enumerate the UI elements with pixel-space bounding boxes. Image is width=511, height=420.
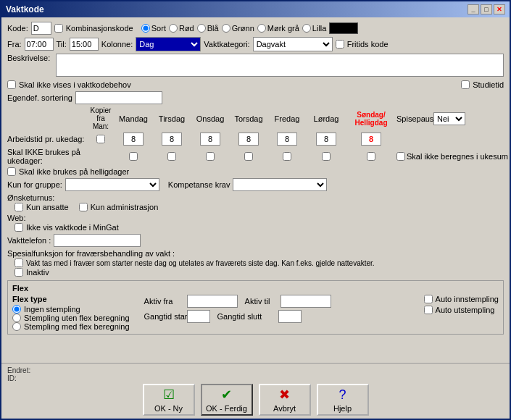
- lilla-radio[interactable]: [302, 24, 311, 33]
- mon-input[interactable]: [123, 133, 144, 146]
- maximize-button[interactable]: □: [481, 4, 492, 14]
- til-input[interactable]: [70, 38, 99, 51]
- studietid-checkbox[interactable]: [461, 80, 470, 89]
- ok-ferdig-button[interactable]: ✔ OK - Ferdig: [201, 384, 253, 416]
- button-row: ☑ OK - Ny ✔ OK - Ferdig ✖ Avbryt ? Hjelp: [4, 384, 507, 416]
- studietid-row: Studietid: [461, 80, 504, 89]
- ok-ferdig-icon: ✔: [221, 387, 232, 403]
- inaktiv-label: Inaktiv: [26, 268, 49, 277]
- kun-admin-checkbox[interactable]: [79, 203, 88, 211]
- ok-ferdig-label: OK - Ferdig: [206, 404, 247, 413]
- fritids-checkbox[interactable]: [336, 40, 344, 49]
- close-button[interactable]: ✕: [494, 4, 505, 14]
- gruppe-row: Kun for gruppe: Kompetanse krav: [7, 178, 504, 191]
- gronn-radio[interactable]: [222, 24, 230, 33]
- web-row: Ikke vis vaktkode i MinGat: [14, 223, 504, 232]
- fri-input[interactable]: [277, 133, 297, 146]
- uten-radio[interactable]: [12, 314, 21, 322]
- vakttelefon-row: Vakttelefon :: [7, 234, 504, 247]
- mork-radio[interactable]: [257, 24, 266, 33]
- kun-admin-label: Kun administrasjon: [91, 203, 159, 211]
- status-text: Endret: ID:: [4, 366, 507, 382]
- vaktkode-window: Vaktkode _ □ ✕ Kode: Kombinasjonskode So…: [0, 0, 511, 420]
- thu-input[interactable]: [238, 133, 259, 146]
- id-label: ID:: [7, 374, 17, 382]
- vakttelefon-label: Vakttelefon :: [7, 236, 51, 245]
- auto-ut-row: Auto utstempling: [424, 306, 499, 314]
- sun-ikke-checkbox[interactable]: [367, 152, 375, 161]
- onsketurnus-section: Ønsketurnus: Kun ansatte Kun administras…: [7, 193, 504, 211]
- arbeidstid-row: Arbeidstid pr. ukedag:: [7, 133, 504, 146]
- uten-label: Stempling uten flex beregning: [24, 314, 130, 322]
- kopier-header: Kopier fra Man:: [88, 106, 114, 130]
- egendef-row: Egendef. sortering: [7, 91, 504, 104]
- ingen-radio[interactable]: [12, 305, 21, 314]
- helligdag-row: Skal ikke brukes på helligdager: [7, 167, 504, 176]
- inaktiv-checkbox[interactable]: [14, 268, 23, 277]
- bla-radio[interactable]: [197, 24, 206, 33]
- spesialfunksjon-label: Spesialfunksjon for fraværsbehandling av…: [7, 249, 175, 258]
- studietid-label: Studietid: [473, 80, 504, 89]
- kombinasjon-label: Kombinasjonskode: [66, 24, 133, 33]
- ok-ny-button[interactable]: ☑ OK - Ny: [143, 384, 195, 416]
- ok-ny-icon: ☑: [163, 387, 175, 403]
- wed-input[interactable]: [200, 133, 220, 146]
- med-radio[interactable]: [12, 322, 21, 331]
- kombinasjon-checkbox[interactable]: [54, 24, 63, 33]
- aktiv-fra-row: Aktiv fra Aktiv til: [144, 295, 410, 308]
- skal-ikke-vises-checkbox[interactable]: [7, 80, 16, 89]
- spisepause-select[interactable]: Nei Ja: [433, 112, 465, 125]
- tue-input[interactable]: [162, 133, 182, 146]
- rod-radio[interactable]: [169, 24, 178, 33]
- color-preview: [329, 22, 358, 34]
- flex-section: Flex Flex type Ingen stempling Stempling…: [7, 280, 504, 335]
- auto-ut-checkbox[interactable]: [424, 306, 433, 314]
- thu-ikke-checkbox[interactable]: [244, 152, 253, 161]
- auto-ut-label: Auto utstempling: [436, 306, 495, 314]
- kode-input[interactable]: [31, 22, 51, 35]
- vakttelefon-input[interactable]: [54, 234, 141, 247]
- helligdag-checkbox[interactable]: [7, 167, 16, 176]
- days-header-row: Kopier fra Man: Mandag Tirsdag Onsdag To…: [7, 106, 504, 130]
- ikke-vis-checkbox[interactable]: [14, 223, 23, 232]
- tue-ikke-checkbox[interactable]: [167, 152, 176, 161]
- egendef-input[interactable]: [75, 91, 162, 104]
- minimize-button[interactable]: _: [468, 4, 479, 14]
- color-bla-radio: Blå: [197, 24, 219, 33]
- kun-ansatte-checkbox[interactable]: [14, 203, 23, 211]
- vakt-tas-checkbox[interactable]: [14, 259, 23, 267]
- aktiv-til-input[interactable]: [281, 295, 331, 308]
- auto-section: Auto innstempling Auto utstempling: [424, 295, 499, 314]
- kompetanse-select[interactable]: [233, 178, 327, 191]
- gruppe-select[interactable]: [65, 178, 159, 191]
- mandag-header: Mandag: [115, 114, 152, 123]
- sat-ikke-checkbox[interactable]: [322, 152, 331, 161]
- fra-input[interactable]: [25, 38, 54, 51]
- auto-inn-checkbox[interactable]: [424, 295, 433, 303]
- vakt-tas-label: Vakt tas med i fravær som starter neste …: [26, 259, 375, 267]
- spesialfunksjon-section: Spesialfunksjon for fraværsbehandling av…: [7, 249, 504, 277]
- title-bar: Vaktkode _ □ ✕: [1, 1, 510, 17]
- skal-ikke-beregnes-checkbox[interactable]: [396, 152, 405, 161]
- beskrivelse-label: Beskrivelse:: [7, 54, 50, 62]
- sat-input[interactable]: [316, 133, 336, 146]
- mon-ikke-checkbox[interactable]: [129, 152, 138, 161]
- hjelp-button[interactable]: ? Hjelp: [317, 384, 369, 416]
- vaktkategori-select[interactable]: Dagvakt: [253, 37, 333, 51]
- kolonne-select[interactable]: Dag: [136, 37, 201, 51]
- avbryt-button[interactable]: ✖ Avbryt: [259, 384, 311, 416]
- sort-radio[interactable]: [141, 24, 150, 33]
- color-mork-radio: Mørk grå: [257, 24, 299, 33]
- beskrivelse-input[interactable]: [56, 54, 504, 77]
- web-section: Web: Ikke vis vaktkode i MinGat: [7, 214, 504, 232]
- fri-ikke-checkbox[interactable]: [283, 152, 291, 161]
- aktiv-fra-input[interactable]: [187, 295, 238, 308]
- gangtid-slutt-input[interactable]: [278, 310, 302, 323]
- wed-ikke-checkbox[interactable]: [206, 152, 215, 161]
- sun-input[interactable]: [361, 133, 381, 146]
- gangtid-start-input[interactable]: [187, 310, 210, 323]
- hjelp-label: Hjelp: [333, 404, 352, 413]
- skal-ikke-vises-label: Skal ikke vises i vaktkodebehov: [19, 80, 131, 89]
- color-sort-radio: Sort: [141, 24, 166, 33]
- kopier-checkbox[interactable]: [96, 135, 105, 143]
